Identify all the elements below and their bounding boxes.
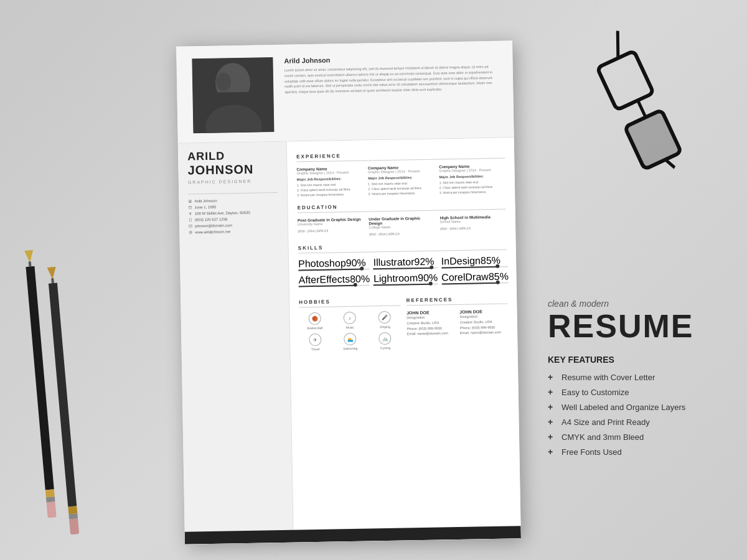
feature-plus-icon: + bbox=[548, 447, 555, 457]
resume-big-title: RESUME bbox=[548, 310, 722, 342]
features-list: + Resume with Cover Letter + Easy to Cus… bbox=[548, 372, 722, 457]
key-features-title: KEY FEATURES bbox=[548, 355, 722, 365]
skill-indesign: InDesign85% bbox=[441, 255, 509, 269]
references-list: JOHN DOE Designation Creative Studio, US… bbox=[406, 309, 508, 342]
exp-item-1: Company Name Graphic Designer | 2014 - P… bbox=[368, 165, 435, 197]
subtitle: clean & modern bbox=[548, 299, 722, 309]
ref-item-1: JOHN DOE Designation Creative Studio, US… bbox=[459, 309, 508, 337]
skill-photoshop: Photoshop90% bbox=[298, 257, 370, 271]
feature-plus-icon: + bbox=[548, 432, 555, 442]
hobby-cycling: 🚲 Cycling bbox=[369, 332, 401, 350]
hobby-travel: ✈ Travel bbox=[299, 334, 331, 352]
skill-illustrator: Illustrator92% bbox=[373, 256, 438, 270]
hobbies-list: 🏀 Basket Ball ♪ Music 🎤 Singing ✈ bbox=[299, 311, 402, 352]
feature-plus-icon: + bbox=[548, 372, 555, 382]
edu-item-0: Post Graduate in Graphic Design Universi… bbox=[298, 217, 364, 238]
hobby-basketball: 🏀 Basket Ball bbox=[299, 312, 331, 330]
feature-label: Free Fonts Used bbox=[561, 447, 622, 457]
feature-5: + Free Fonts Used bbox=[548, 447, 722, 457]
feature-label: Easy to Customize bbox=[561, 388, 629, 397]
resume-left-column: ARILD JOHNSON GRAPHIC DESIGNER Arild Joh… bbox=[178, 142, 294, 544]
exp-item-0: Company Name Graphic Designer | 2014 - P… bbox=[296, 166, 363, 198]
hobbies-header: HOBBIES bbox=[299, 298, 400, 308]
feature-2: + Well Labeled and Organize Layers bbox=[548, 402, 722, 412]
contact-address: 108 W Skillet Ave, Dayton, 50530 bbox=[189, 210, 278, 216]
hobby-music: ♪ Music bbox=[334, 312, 366, 330]
feature-label: Resume with Cover Letter bbox=[561, 373, 655, 382]
skills-header: SKILLS bbox=[298, 242, 507, 254]
resume-photo bbox=[192, 57, 274, 133]
resume-header: Arild Johnson Lorem ipsum dolor sit amet… bbox=[176, 40, 514, 143]
skill-coreldraw: CorelDraw85% bbox=[441, 271, 509, 285]
resume-job-title: GRAPHIC DESIGNER bbox=[188, 179, 278, 185]
header-lorem-text: Lorem ipsum dolor sit amet, consectetur … bbox=[284, 64, 498, 95]
feature-label: Well Labeled and Organize Layers bbox=[561, 403, 685, 412]
svg-line-2 bbox=[638, 100, 646, 117]
hobbies-section: HOBBIES 🏀 Basket Ball ♪ Music 🎤 Singin bbox=[299, 291, 401, 352]
info-panel: clean & modern RESUME KEY FEATURES + Res… bbox=[548, 299, 722, 462]
edu-item-2: High School in Multimedia School Name 20… bbox=[440, 215, 507, 236]
skills-list: Photoshop90% Illustrator92% InDesign85% … bbox=[298, 255, 507, 287]
feature-label: A4 Size and Print Ready bbox=[561, 418, 650, 427]
references-section: REFERENCES JOHN DOE Designation Creative… bbox=[406, 289, 508, 350]
feature-plus-icon: + bbox=[548, 402, 555, 412]
contact-name: Arild Johnson bbox=[188, 198, 278, 203]
resume-name-big: ARILD JOHNSON bbox=[187, 149, 278, 177]
contact-website: www.arildjohnson.me bbox=[189, 229, 278, 235]
feature-plus-icon: + bbox=[548, 417, 555, 427]
experience-list: Company Name Graphic Designer | 2014 - P… bbox=[296, 164, 505, 198]
edu-item-1: Under Graduate in Graphic Design College… bbox=[369, 216, 435, 237]
skill-lightroom: Lightroom90% bbox=[374, 272, 438, 286]
svg-rect-9 bbox=[211, 92, 255, 105]
hobby-singing: 🎤 Singing bbox=[369, 311, 401, 329]
contact-email: johnson@domain.com bbox=[189, 223, 278, 228]
education-list: Post Graduate in Graphic Design Universi… bbox=[298, 215, 507, 238]
glasses-decoration bbox=[573, 50, 697, 174]
contact-dob: June 1, 1985 bbox=[189, 204, 278, 210]
resume-contact-section: Arild Johnson June 1, 1985 108 W Skillet… bbox=[188, 192, 278, 235]
resume-document: Arild Johnson Lorem ipsum dolor sit amet… bbox=[176, 40, 521, 544]
experience-header: EXPERIENCE bbox=[296, 151, 505, 162]
ref-item-0: JOHN DOE Designation Creative Studio, US… bbox=[406, 310, 455, 337]
feature-label: CMYK and 3mm Bleed bbox=[561, 432, 644, 442]
svg-point-11 bbox=[189, 200, 190, 202]
skill-aftereffects: AfterEffects80% bbox=[298, 273, 370, 287]
education-header: EDUCATION bbox=[298, 202, 506, 213]
contact-phone: (603) 125 627 1258 bbox=[189, 217, 278, 222]
svg-rect-12 bbox=[189, 206, 192, 208]
feature-plus-icon: + bbox=[548, 387, 555, 397]
feature-3: + A4 Size and Print Ready bbox=[548, 417, 722, 427]
svg-point-18 bbox=[190, 221, 191, 222]
bottom-section: HOBBIES 🏀 Basket Ball ♪ Music 🎤 Singin bbox=[299, 289, 509, 352]
header-person-name: Arild Johnson bbox=[284, 54, 497, 65]
resume-right-column: EXPERIENCE Company Name Graphic Designer… bbox=[287, 138, 521, 544]
svg-rect-0 bbox=[597, 51, 654, 110]
exp-item-2: Company Name Graphic Designer | 2014 - P… bbox=[439, 164, 505, 195]
feature-1: + Easy to Customize bbox=[548, 387, 722, 397]
resume-header-text: Arild Johnson Lorem ipsum dolor sit amet… bbox=[284, 54, 498, 132]
feature-4: + CMYK and 3mm Bleed bbox=[548, 432, 722, 442]
svg-rect-1 bbox=[625, 110, 682, 169]
references-header: REFERENCES bbox=[406, 296, 508, 306]
feature-0: + Resume with Cover Letter bbox=[548, 372, 722, 382]
hobby-swimming: 🏊 Swimming bbox=[334, 333, 366, 351]
